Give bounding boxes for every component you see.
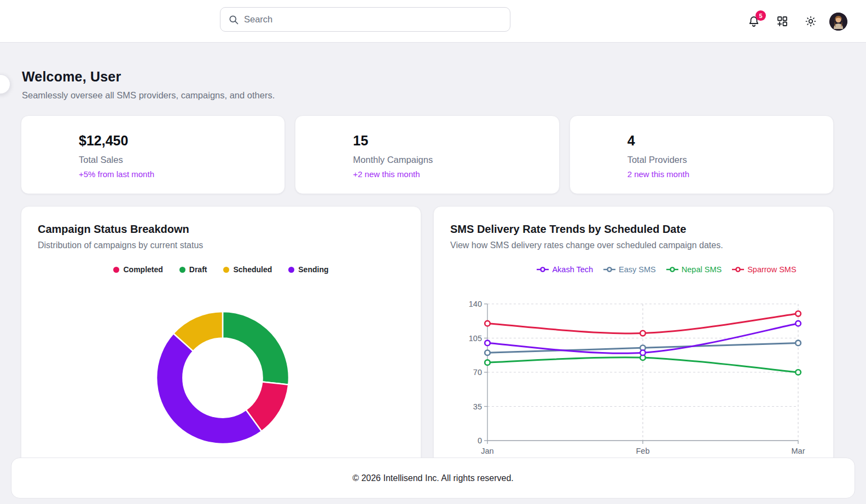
delivery-trends-card: SMS Delivery Rate Trends by Scheduled Da… (433, 206, 834, 471)
legend-item-akash-tech[interactable]: Akash Tech (536, 265, 593, 274)
stat-note: 2 new this month (627, 169, 822, 179)
card-subtitle: View how SMS delivery rates change over … (450, 241, 817, 250)
avatar[interactable] (829, 13, 847, 31)
legend-label: Scheduled (233, 265, 272, 274)
y-tick-label: 70 (473, 368, 482, 377)
line-chart[interactable]: 03570105140JanFebMar (456, 289, 839, 458)
legend-line-marker (666, 266, 679, 273)
notification-badge: 5 (755, 10, 766, 21)
x-tick-label: Mar (792, 447, 805, 455)
stat-note: +2 new this month (353, 169, 548, 179)
legend-item-scheduled[interactable]: Scheduled (223, 265, 272, 274)
data-point[interactable] (640, 331, 646, 336)
data-point[interactable] (640, 350, 646, 355)
legend-label: Sparrow SMS (747, 265, 796, 274)
legend-item-easy-sms[interactable]: Easy SMS (603, 265, 656, 274)
footer: © 2026 Intellisend Inc. All rights reser… (11, 458, 855, 499)
stat-note: +5% from last month (79, 169, 274, 179)
theme-toggle-button[interactable] (801, 11, 821, 31)
donut-slice-draft[interactable] (223, 312, 289, 385)
data-point[interactable] (485, 341, 490, 346)
data-point[interactable] (485, 321, 490, 326)
sun-icon (804, 15, 817, 28)
legend-item-sending[interactable]: Sending (288, 265, 328, 274)
legend-swatch (288, 267, 294, 273)
page-subtitle: Seamlessly oversee all SMS providers, ca… (22, 90, 275, 101)
card-title: Campaign Status Breakdown (38, 223, 404, 236)
search-box (220, 7, 510, 32)
avatar-image (829, 13, 847, 31)
donut-legend: Completed Draft Scheduled Sending (38, 265, 404, 274)
top-bar: 5 (0, 0, 866, 43)
notifications-button[interactable]: 5 (744, 11, 764, 31)
legend-line-marker (603, 266, 616, 273)
stat-label: Total Sales (79, 155, 274, 165)
sidebar-toggle-button[interactable] (0, 74, 10, 94)
stat-value: 4 (627, 134, 822, 148)
legend-item-nepal-sms[interactable]: Nepal SMS (666, 265, 722, 274)
line-legend: Akash Tech Easy SMS Nepal SMS Sparrow SM… (450, 265, 817, 274)
charts-row: Campaign Status Breakdown Distribution o… (21, 206, 834, 471)
data-point[interactable] (485, 350, 490, 355)
apps-grid-icon (776, 15, 789, 28)
y-tick-label: 140 (469, 300, 482, 308)
campaign-status-card: Campaign Status Breakdown Distribution o… (21, 206, 421, 471)
search-input[interactable] (244, 14, 502, 25)
data-point[interactable] (485, 360, 490, 365)
page-title: Welcome, User (22, 69, 275, 85)
legend-swatch (223, 267, 229, 273)
stat-value: 15 (353, 134, 548, 148)
legend-label: Sending (298, 265, 328, 274)
card-title: SMS Delivery Rate Trends by Scheduled Da… (450, 223, 817, 236)
stat-card-total-providers: 4 Total Providers 2 new this month (569, 115, 834, 194)
y-tick-label: 35 (473, 402, 482, 411)
copyright-text: © 2026 Intellisend Inc. All rights reser… (352, 473, 514, 483)
donut-slice-sending[interactable] (156, 333, 261, 444)
legend-item-completed[interactable]: Completed (113, 265, 162, 274)
legend-swatch (113, 267, 119, 273)
legend-swatch (179, 267, 185, 273)
data-point[interactable] (795, 341, 801, 346)
x-tick-label: Feb (636, 447, 650, 455)
card-subtitle: Distribution of campaigns by current sta… (38, 241, 404, 250)
data-point[interactable] (795, 311, 801, 317)
legend-label: Draft (189, 265, 207, 274)
legend-label: Completed (123, 265, 162, 274)
y-tick-label: 105 (469, 334, 482, 343)
apps-grid-button[interactable] (772, 11, 792, 31)
data-point[interactable] (795, 321, 801, 326)
stat-card-monthly-campaigns: 15 Monthly Campaigns +2 new this month (295, 115, 559, 194)
stat-label: Monthly Campaigns (353, 155, 548, 165)
legend-line-marker (731, 266, 745, 273)
data-point[interactable] (795, 370, 801, 375)
stat-label: Total Providers (627, 155, 822, 165)
topbar-actions: 5 (744, 0, 847, 43)
legend-label: Nepal SMS (682, 265, 722, 274)
x-tick-label: Jan (481, 447, 493, 455)
legend-label: Easy SMS (619, 265, 656, 274)
y-tick-label: 0 (478, 436, 482, 445)
legend-label: Akash Tech (552, 265, 593, 274)
legend-line-marker (536, 266, 549, 273)
donut-chart[interactable] (146, 301, 299, 454)
search-icon (228, 14, 239, 25)
legend-item-sparrow-sms[interactable]: Sparrow SMS (731, 265, 796, 274)
legend-item-draft[interactable]: Draft (179, 265, 207, 274)
stat-value: $12,450 (79, 134, 274, 148)
welcome-section: Welcome, User Seamlessly oversee all SMS… (22, 69, 275, 101)
stats-row: $12,450 Total Sales +5% from last month … (21, 115, 834, 194)
stat-card-total-sales: $12,450 Total Sales +5% from last month (21, 115, 285, 194)
